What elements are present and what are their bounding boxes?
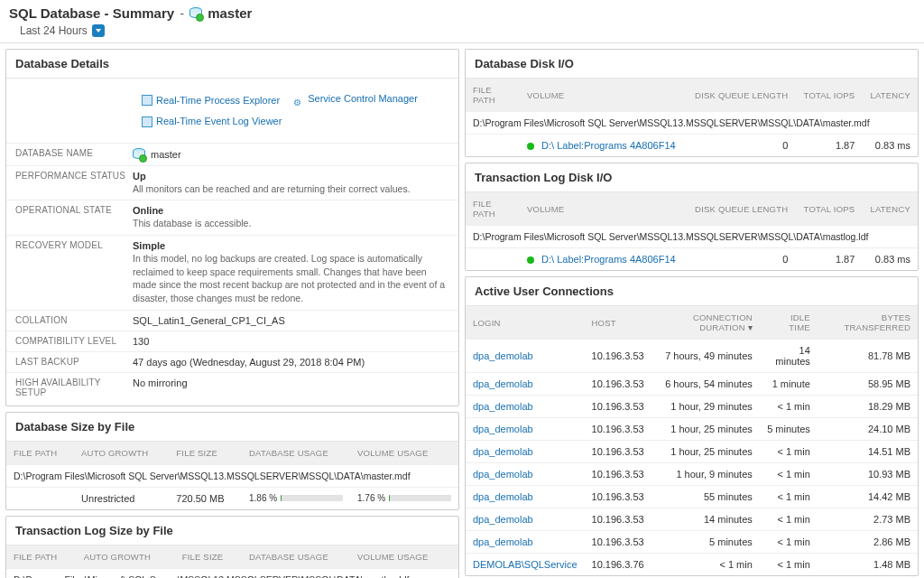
- col-file-path[interactable]: FILE PATH: [6, 545, 77, 569]
- panel-title: Transaction Log Disk I/O: [466, 163, 918, 192]
- time-range-selector[interactable]: Last 24 Hours: [9, 21, 915, 39]
- col-queue[interactable]: DISK QUEUE LENGTH: [686, 192, 795, 226]
- login-link[interactable]: dpa_demolab: [466, 531, 585, 554]
- col-auto-growth[interactable]: AUTO GROWTH: [77, 545, 175, 569]
- file-path-row[interactable]: D:\Program Files\Microsoft SQL Server\MS…: [6, 464, 458, 487]
- col-db-usage[interactable]: DATABASE USAGE: [242, 545, 350, 569]
- disk-io-panel: Database Disk I/O FILE PATH VOLUME DISK …: [465, 49, 919, 157]
- connection-row: dpa_demolab10.196.3.531 hour, 25 minutes…: [466, 418, 918, 441]
- file-row: Unrestricted 720.50 MB 1.86 % 1.76 %: [6, 487, 458, 509]
- db-usage-bar: [281, 495, 343, 501]
- col-volume[interactable]: VOLUME: [520, 192, 686, 226]
- database-details-panel: Database Details Real-Time Process Explo…: [5, 49, 459, 406]
- gear-icon: [293, 93, 304, 104]
- col-bytes[interactable]: BYTES TRANSFERRED: [818, 306, 918, 340]
- file-path-row[interactable]: D:\Program Files\Microsoft SQL Server\MS…: [6, 568, 458, 578]
- quick-links: Real-Time Process Explorer Service Contr…: [6, 82, 458, 143]
- size-by-file-panel: Database Size by File FILE PATH AUTO GRO…: [5, 412, 459, 510]
- panel-title: Database Disk I/O: [466, 50, 918, 79]
- col-latency[interactable]: LATENCY: [862, 192, 918, 226]
- row-compatibility: COMPATIBILITY LEVEL 130: [6, 331, 458, 351]
- col-db-usage[interactable]: DATABASE USAGE: [242, 442, 350, 465]
- panel-title: Active User Connections: [466, 277, 918, 306]
- col-file-path[interactable]: FILE PATH: [466, 79, 520, 112]
- login-link[interactable]: dpa_demolab: [466, 340, 585, 373]
- io-row: D:\ Label:Programs 4A806F14 0 1.87 0.83 …: [466, 248, 918, 271]
- row-ha-setup: HIGH AVAILABILITY SETUP No mirroring: [6, 372, 458, 402]
- connection-row: DEMOLAB\SQLService10.196.3.76< 1 min< 1 …: [466, 554, 918, 576]
- database-icon: [133, 148, 145, 161]
- login-link[interactable]: DEMOLAB\SQLService: [466, 554, 585, 576]
- col-file-size[interactable]: FILE SIZE: [175, 545, 242, 569]
- col-iops[interactable]: TOTAL IOPS: [795, 192, 862, 226]
- col-login[interactable]: LOGIN: [466, 306, 585, 340]
- connection-row: dpa_demolab10.196.3.531 hour, 25 minutes…: [466, 441, 918, 463]
- log-icon: [142, 117, 152, 127]
- row-database-name: DATABASE NAME master: [6, 143, 458, 165]
- col-duration[interactable]: CONNECTION DURATION: [651, 306, 760, 340]
- col-file-path[interactable]: FILE PATH: [6, 442, 74, 465]
- panel-title: Database Details: [6, 50, 458, 79]
- login-link[interactable]: dpa_demolab: [466, 441, 585, 463]
- col-latency[interactable]: LATENCY: [862, 79, 918, 112]
- connection-row: dpa_demolab10.196.3.535 minutes< 1 min2.…: [466, 531, 918, 554]
- panel-title: Database Size by File: [6, 413, 458, 442]
- row-recovery-model: RECOVERY MODEL Simple In this model, no …: [6, 235, 458, 310]
- connection-row: dpa_demolab10.196.3.5314 minutes< 1 min2…: [466, 508, 918, 531]
- txlog-io-panel: Transaction Log Disk I/O FILE PATH VOLUM…: [465, 163, 919, 271]
- col-volume[interactable]: VOLUME: [520, 79, 686, 112]
- volume-link[interactable]: D:\ Label:Programs 4A806F14: [520, 248, 686, 271]
- title-prefix: SQL Database - Summary: [9, 5, 174, 21]
- row-collation: COLLATION SQL_Latin1_General_CP1_CI_AS: [6, 310, 458, 331]
- login-link[interactable]: dpa_demolab: [466, 463, 585, 486]
- row-operational-state: OPERATIONAL STATE Online This database i…: [6, 200, 458, 235]
- col-host[interactable]: HOST: [585, 306, 651, 340]
- page-title: SQL Database - Summary - master: [9, 5, 915, 21]
- time-range-label: Last 24 Hours: [20, 24, 88, 37]
- file-path-row[interactable]: D:\Program Files\Microsoft SQL Server\MS…: [466, 112, 918, 135]
- col-idle[interactable]: IDLE TIME: [760, 306, 818, 340]
- database-name-heading: master: [208, 5, 252, 21]
- col-queue[interactable]: DISK QUEUE LENGTH: [686, 79, 795, 112]
- connection-row: dpa_demolab10.196.3.536 hours, 54 minute…: [466, 373, 918, 396]
- col-file-size[interactable]: FILE SIZE: [169, 442, 242, 465]
- col-auto-growth[interactable]: AUTO GROWTH: [74, 442, 169, 465]
- event-log-link[interactable]: Real-Time Event Log Viewer: [142, 112, 282, 131]
- status-dot-icon: [527, 256, 534, 264]
- process-explorer-link[interactable]: Real-Time Process Explorer: [142, 91, 280, 110]
- login-link[interactable]: dpa_demolab: [466, 508, 585, 531]
- panel-title: Transaction Log Size by File: [6, 517, 458, 545]
- col-iops[interactable]: TOTAL IOPS: [795, 79, 862, 112]
- col-file-path[interactable]: FILE PATH: [466, 192, 520, 226]
- io-row: D:\ Label:Programs 4A806F14 0 1.87 0.83 …: [466, 135, 918, 157]
- txlog-size-panel: Transaction Log Size by File FILE PATH A…: [5, 516, 459, 578]
- connection-row: dpa_demolab10.196.3.531 hour, 9 minutes<…: [466, 463, 918, 486]
- database-icon: [189, 7, 202, 20]
- connection-row: dpa_demolab10.196.3.537 hours, 49 minute…: [466, 340, 918, 373]
- login-link[interactable]: dpa_demolab: [466, 396, 585, 418]
- login-link[interactable]: dpa_demolab: [466, 373, 585, 396]
- chevron-down-icon: [92, 24, 105, 37]
- volume-link[interactable]: D:\ Label:Programs 4A806F14: [520, 135, 686, 157]
- file-path-row[interactable]: D:\Program Files\Microsoft SQL Server\MS…: [466, 226, 918, 248]
- dash: -: [180, 5, 184, 21]
- process-icon: [142, 95, 152, 106]
- col-vol-usage[interactable]: VOLUME USAGE: [350, 442, 458, 465]
- col-vol-usage[interactable]: VOLUME USAGE: [350, 545, 458, 569]
- connection-row: dpa_demolab10.196.3.5355 minutes< 1 min1…: [466, 486, 918, 508]
- connections-panel: Active User Connections LOGIN HOST CONNE…: [465, 276, 919, 576]
- service-control-link[interactable]: Service Control Manager: [293, 89, 418, 108]
- login-link[interactable]: dpa_demolab: [466, 418, 585, 441]
- row-performance-status: PERFORMANCE STATUS Up All monitors can b…: [6, 165, 458, 200]
- connection-row: dpa_demolab10.196.3.531 hour, 29 minutes…: [466, 396, 918, 418]
- status-dot-icon: [527, 143, 534, 150]
- row-last-backup: LAST BACKUP 47 days ago (Wednesday, Augu…: [6, 351, 458, 372]
- login-link[interactable]: dpa_demolab: [466, 486, 585, 508]
- vol-usage-bar: [389, 495, 451, 501]
